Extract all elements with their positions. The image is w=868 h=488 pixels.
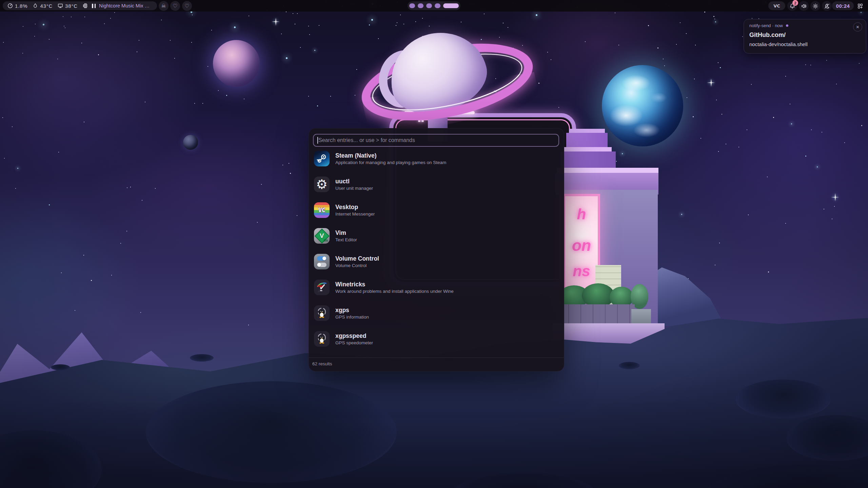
item-text: Winetricks Work around problems and inst… <box>335 281 454 294</box>
media-player-widget[interactable]: Nightcore Music Mix 20... <box>87 1 157 10</box>
item-title: xgpsspeed <box>335 332 373 340</box>
crater <box>190 354 214 362</box>
sparkle-star <box>835 193 836 201</box>
search-input[interactable] <box>313 134 559 147</box>
gpu-temperature-value: 38°C <box>65 3 78 9</box>
top-bar: 1.8% 43°C 38°C 9.7G Nightcore Music Mix … <box>0 0 868 12</box>
cpu-temperature-value: 43°C <box>40 3 53 9</box>
tray-icon-vesktop[interactable]: VC <box>768 1 785 10</box>
neon-letter: h <box>565 206 598 223</box>
small-dark-planet <box>183 135 198 150</box>
workspace-indicator[interactable] <box>408 1 460 10</box>
results-count: 62 results <box>312 361 332 366</box>
gauge-icon <box>7 3 13 8</box>
night-mode-button[interactable] <box>822 1 832 11</box>
crater <box>146 381 397 483</box>
launcher-item-uuctl[interactable]: ⚙ uuctl User unit manager <box>314 176 559 192</box>
sun-icon <box>813 3 818 9</box>
workspace-active-pill[interactable] <box>443 3 459 8</box>
grid-plus-icon <box>857 3 863 9</box>
neon-letter: on <box>565 236 598 255</box>
sparkle-star <box>275 18 276 26</box>
launcher-item-winetricks[interactable]: Winetricks Work around problems and inst… <box>314 279 559 296</box>
item-title: Volume Control <box>335 255 379 262</box>
slider-top <box>317 256 327 261</box>
workspace-dot[interactable] <box>426 3 432 8</box>
item-text: uuctl User unit manager <box>335 178 373 191</box>
cpu-usage-value: 1.8% <box>15 3 27 9</box>
heart-button[interactable]: ♡ <box>182 1 192 11</box>
crater <box>51 364 70 370</box>
item-title: Vesktop <box>335 204 375 211</box>
tux-penguin-icon <box>314 331 330 347</box>
notification-count-badge: 2 <box>792 0 798 6</box>
vim-sub: im <box>323 238 328 242</box>
cpu-usage: 1.8% <box>7 3 27 9</box>
item-text: xgpsspeed GPS speedometer <box>335 332 373 346</box>
close-icon: ✕ <box>856 25 859 29</box>
item-title: Winetricks <box>335 281 454 288</box>
item-title: Vim <box>335 229 357 237</box>
app-launcher: Steam (Native) Application for managing … <box>309 128 564 371</box>
notification-card[interactable]: notify-send · now ✕ GitHub.com/ noctalia… <box>744 19 866 54</box>
clock-widget[interactable]: 00:24 <box>832 1 854 10</box>
pause-icon[interactable] <box>92 4 96 8</box>
building-step <box>561 151 616 168</box>
item-text: Steam (Native) Application for managing … <box>335 152 446 165</box>
vesktop-icon: VC <box>314 202 330 218</box>
item-text: Vim Text Editor <box>335 229 357 243</box>
media-title: Nightcore Music Mix 20... <box>99 3 152 8</box>
item-title: xgps <box>335 307 369 314</box>
launcher-item-steam[interactable]: Steam (Native) Application for managing … <box>314 150 559 167</box>
building-step <box>566 133 608 147</box>
vesktop-tray-glyph: VC <box>773 3 780 8</box>
workspace-dot[interactable] <box>409 3 415 8</box>
building-step <box>564 147 612 151</box>
building-step <box>569 129 605 133</box>
steam-icon <box>314 151 330 166</box>
wine-glass-icon <box>314 280 330 295</box>
launcher-item-volume-control[interactable]: Volume Control Volume Control <box>314 253 559 270</box>
tux-penguin-icon <box>314 305 330 321</box>
notification-title: GitHub.com/ <box>749 32 786 39</box>
item-title: Steam (Native) <box>335 152 446 159</box>
launcher-item-xgpsspeed[interactable]: xgpsspeed GPS speedometer <box>314 331 559 347</box>
notification-body: noctalia-dev/noctalia.shell <box>749 41 808 47</box>
launcher-item-xgps[interactable]: xgps GPS information <box>314 305 559 321</box>
item-description: Work around problems and install applica… <box>335 288 454 294</box>
sparkle-star <box>711 79 712 87</box>
item-text: Volume Control Volume Control <box>335 255 379 268</box>
launcher-item-vim[interactable]: V im Vim Text Editor <box>314 228 559 244</box>
earth-planet <box>602 65 683 146</box>
neon-letter: ns <box>565 263 598 280</box>
building-step <box>557 168 658 173</box>
item-description: GPS speedometer <box>335 340 373 346</box>
stone-planter <box>631 309 651 325</box>
flame-icon <box>33 3 38 8</box>
vesktop-glyph: VC <box>318 207 325 214</box>
skull-icon: ☠ <box>161 3 166 9</box>
heart-icon: ♡ <box>184 3 189 9</box>
volume-sliders-icon <box>314 254 330 269</box>
vim-icon: V im <box>314 228 330 244</box>
workspace-dot[interactable] <box>435 3 440 8</box>
display-icon <box>58 3 63 8</box>
crater <box>736 380 831 419</box>
cpu-temperature: 43°C <box>33 3 53 9</box>
slider-bottom <box>317 263 327 267</box>
notification-app-and-time: notify-send · now <box>749 23 783 28</box>
workspace-dot[interactable] <box>418 3 423 8</box>
overview-button[interactable] <box>855 1 865 11</box>
purple-planet <box>213 40 260 87</box>
notification-close-button[interactable]: ✕ <box>853 22 862 32</box>
crater <box>619 362 640 369</box>
skull-button[interactable]: ☠ <box>159 1 169 11</box>
brightness-button[interactable] <box>810 1 820 11</box>
item-description: User unit manager <box>335 185 373 191</box>
notification-header: notify-send · now <box>749 23 788 28</box>
launcher-item-vesktop[interactable]: VC Vesktop Internet Messenger <box>314 202 559 218</box>
speaker-icon <box>801 3 807 9</box>
volume-button[interactable] <box>799 1 809 11</box>
heart-button[interactable]: ♡ <box>170 1 180 11</box>
item-text: xgps GPS information <box>335 307 369 320</box>
